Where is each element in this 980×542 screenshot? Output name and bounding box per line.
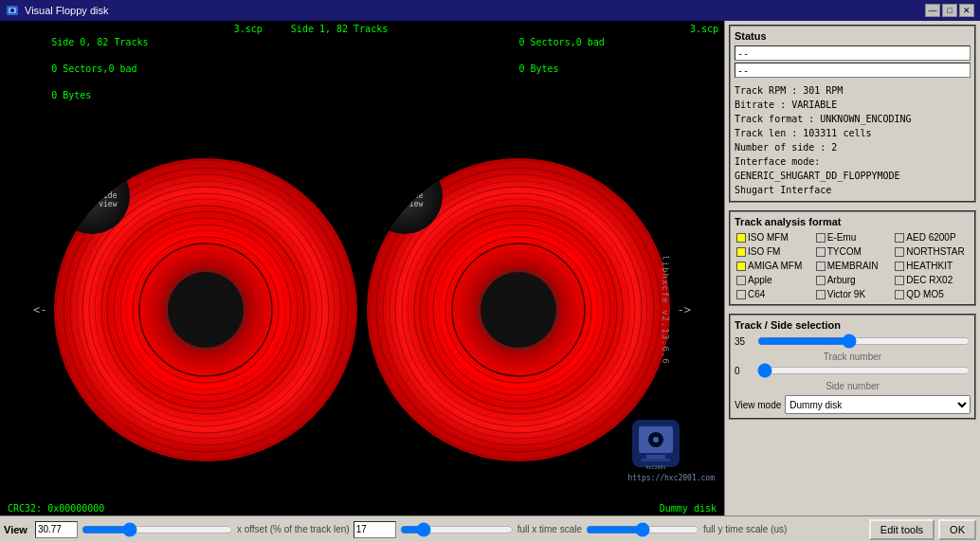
svg-point-40	[653, 437, 659, 443]
disk-right-info: 0 Sectors,0 bad 0 Bytes	[473, 23, 604, 116]
disk0-line3: 0 Bytes	[51, 90, 91, 100]
svg-point-2	[10, 9, 14, 12]
view-label: View	[4, 524, 27, 535]
watermark-logo: HxC2001	[627, 415, 684, 472]
svg-text:HxC2001: HxC2001	[646, 464, 666, 470]
disk1-arrow: ->	[678, 303, 691, 316]
app-icon	[6, 4, 19, 17]
indicator-amiga-mfm	[736, 262, 746, 271]
edit-tools-button[interactable]: Edit tools	[869, 519, 935, 540]
indicator-c64	[736, 290, 746, 299]
y-scale-label: full y time scale (us)	[703, 524, 787, 534]
disk-info-top: Side 0, 82 Tracks 0 Sectors,0 bad 0 Byte…	[0, 21, 724, 117]
version-text: libhxcfe v2.13.6.6	[661, 255, 670, 365]
maximize-button[interactable]: □	[942, 4, 957, 17]
track-side-title: Track / Side selection	[735, 319, 971, 331]
crc-value: CRC32: 0x00000000	[8, 503, 104, 514]
format-btn-iso-mfm[interactable]: ISO MFM	[735, 231, 812, 244]
side-slider-row: 0	[735, 364, 971, 377]
app-title: Visual Floppy disk	[25, 5, 108, 16]
format-btn-c64[interactable]: C64	[735, 288, 812, 300]
close-button[interactable]: ✕	[959, 4, 974, 17]
disk-panel: Side 0, 82 Tracks 0 Sectors,0 bad 0 Byte…	[0, 21, 724, 515]
svg-rect-37	[646, 455, 665, 459]
disk1-line3: 0 Bytes	[518, 63, 558, 74]
indicator-heathkit	[895, 262, 904, 271]
disk1-wrapper: Side 1 Top side Top view ->	[367, 158, 670, 461]
disk0-arrow: <-	[33, 303, 46, 316]
disk-left-info: Side 0, 82 Tracks 0 Sectors,0 bad 0 Byte…	[6, 23, 149, 116]
disk0-center-label: Side 0 Bottom side Bottom view	[54, 158, 130, 234]
format-btn-iso-fm[interactable]: ISO FM	[735, 245, 812, 258]
x-offset-slider[interactable]	[82, 523, 233, 536]
format-btn-victor9k[interactable]: Victor 9K	[814, 288, 892, 300]
title-bar-controls: — □ ✕	[925, 4, 974, 17]
track-number-label: Track number	[735, 352, 971, 362]
indicator-membrain	[816, 262, 826, 271]
format-btn-dec-rx02[interactable]: DEC RX02	[893, 274, 971, 286]
format-btn-heathkit[interactable]: HEATHKIT	[893, 260, 971, 272]
disk0-tag: 3.scp Side 1, 82 Tracks	[234, 23, 389, 116]
disk0-line2: 0 Sectors,0 bad	[51, 63, 136, 74]
track-analysis-title: Track analysis format	[735, 216, 971, 227]
watermark: HxC2001 https://hxc2001.com	[627, 415, 715, 482]
main-container: Side 0, 82 Tracks 0 Sectors,0 bad 0 Byte…	[0, 21, 980, 515]
side-val-label: 0	[735, 366, 753, 376]
ok-button[interactable]: OK	[938, 519, 976, 540]
track-slider-row: 35	[735, 334, 971, 348]
y-scale-slider[interactable]	[586, 523, 699, 536]
indicator-qd-mo5	[895, 290, 904, 299]
format-btn-membrain[interactable]: MEMBRAIN	[814, 260, 892, 272]
side-number-label: Side number	[735, 381, 971, 391]
format-btn-northstar[interactable]: NORTHSTAR	[893, 245, 971, 258]
indicator-iso-fm	[736, 247, 746, 257]
track-analysis-section: Track analysis format ISO MFM E-Emu AED …	[729, 210, 976, 306]
svg-rect-38	[642, 459, 670, 461]
watermark-url: https://hxc2001.com	[627, 474, 715, 482]
status-input-2[interactable]	[735, 63, 971, 78]
track-slider[interactable]	[757, 334, 971, 348]
format-btn-apple[interactable]: Apple	[735, 274, 812, 286]
side-slider[interactable]	[757, 364, 971, 377]
disks-area: Side 0 Bottom side Bottom view <-	[0, 117, 724, 501]
format-btn-aed6200p[interactable]: AED 6200P	[893, 231, 971, 244]
format-buttons-grid: ISO MFM E-Emu AED 6200P ISO FM TYCO	[735, 231, 971, 300]
format-btn-qd-mo5[interactable]: QD MO5	[893, 288, 971, 300]
format-btn-e-emu[interactable]: E-Emu	[814, 231, 892, 244]
right-buttons: Edit tools OK	[869, 519, 976, 540]
x-scale-slider[interactable]	[400, 523, 514, 536]
x-offset-label: x offset (% of the track len)	[237, 524, 350, 534]
disk0-wrapper: Side 0 Bottom side Bottom view <-	[54, 158, 357, 461]
status-interface-label: Interface mode:	[735, 154, 971, 169]
indicator-dec-rx02	[895, 276, 904, 285]
disk-filename: Dummy disk	[660, 503, 717, 514]
indicator-e-emu	[816, 233, 826, 243]
x-offset-input[interactable]	[35, 521, 78, 538]
disk1-center-label: Side 1 Top side Top view	[367, 158, 443, 234]
minimize-button[interactable]: —	[925, 4, 940, 17]
format-btn-tycom[interactable]: TYCOM	[814, 245, 892, 258]
track-val-label: 35	[735, 336, 753, 347]
disk1-tag: 3.scp	[690, 23, 718, 116]
indicator-apple	[736, 276, 746, 285]
format-btn-arburg[interactable]: Arburg	[814, 274, 892, 286]
track-side-section: Track / Side selection 35 Track number 0…	[729, 314, 976, 420]
indicator-iso-mfm	[736, 233, 746, 243]
status-format: Track format : UNKNOWN_ENCODING	[735, 112, 971, 126]
bottom-bar: View x offset (% of the track len) full …	[0, 515, 980, 542]
status-rpm: Track RPM : 301 RPM	[735, 83, 971, 98]
svg-point-33	[481, 272, 556, 348]
disk0: Side 0 Bottom side Bottom view	[54, 158, 357, 461]
view-mode-select[interactable]: Dummy disk Normal Side 0 Side 1	[785, 395, 971, 414]
status-input-1[interactable]	[735, 45, 971, 61]
disk1: Side 1 Top side Top view	[367, 158, 670, 461]
format-btn-amiga-mfm[interactable]: AMIGA MFM	[735, 260, 812, 272]
disk1-line2: 0 Sectors,0 bad	[518, 37, 604, 47]
x-scale-input[interactable]	[354, 521, 396, 538]
view-mode-label: View mode	[735, 400, 781, 410]
x-scale-label: full x time scale	[517, 524, 582, 534]
indicator-northstar	[895, 247, 904, 257]
status-interface-mode: GENERIC_SHUGART_DD_FLOPPYMODE	[735, 169, 971, 183]
indicator-victor9k	[816, 290, 826, 299]
disk0-line1: Side 0, 82 Tracks	[51, 37, 148, 47]
